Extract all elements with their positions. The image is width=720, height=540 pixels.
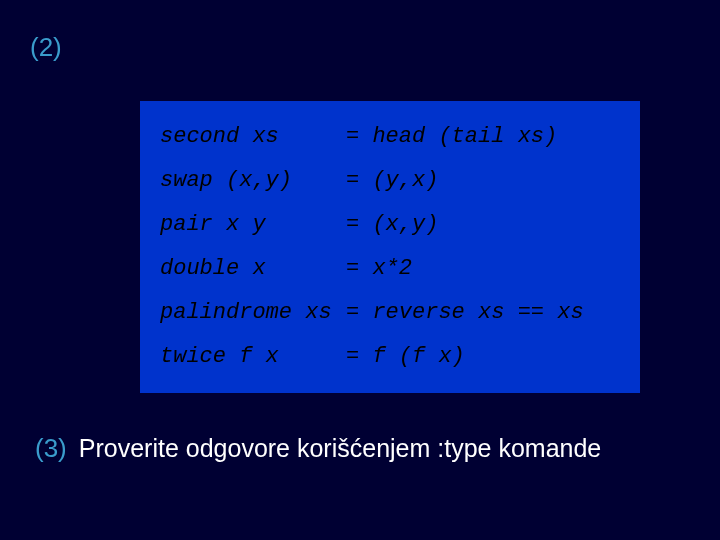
code-lhs: twice f x bbox=[160, 346, 346, 368]
code-lhs: second xs bbox=[160, 126, 346, 148]
code-rhs: = head (tail xs) bbox=[346, 126, 557, 148]
code-row: double x = x*2 bbox=[160, 247, 620, 291]
code-row: pair x y = (x,y) bbox=[160, 203, 620, 247]
code-lhs: pair x y bbox=[160, 214, 346, 236]
code-row: swap (x,y) = (y,x) bbox=[160, 159, 620, 203]
code-rhs: = (y,x) bbox=[346, 170, 438, 192]
list-marker-2: (2) bbox=[30, 32, 690, 63]
code-row: second xs = head (tail xs) bbox=[160, 115, 620, 159]
list-marker-3: (3) bbox=[35, 433, 67, 464]
code-lhs: double x bbox=[160, 258, 346, 280]
code-lhs: swap (x,y) bbox=[160, 170, 346, 192]
code-lhs: palindrome xs bbox=[160, 302, 346, 324]
list-item-3-text: Proverite odgovore korišćenjem :type kom… bbox=[79, 434, 602, 463]
code-rhs: = (x,y) bbox=[346, 214, 438, 236]
list-item-3: (3) Proverite odgovore korišćenjem :type… bbox=[30, 433, 690, 464]
code-rhs: = f (f x) bbox=[346, 346, 465, 368]
code-row: twice f x = f (f x) bbox=[160, 335, 620, 379]
code-rhs: = x*2 bbox=[346, 258, 412, 280]
code-row: palindrome xs = reverse xs == xs bbox=[160, 291, 620, 335]
code-rhs: = reverse xs == xs bbox=[346, 302, 584, 324]
slide: (2) second xs = head (tail xs) swap (x,y… bbox=[0, 0, 720, 540]
code-block: second xs = head (tail xs) swap (x,y) = … bbox=[140, 101, 640, 393]
